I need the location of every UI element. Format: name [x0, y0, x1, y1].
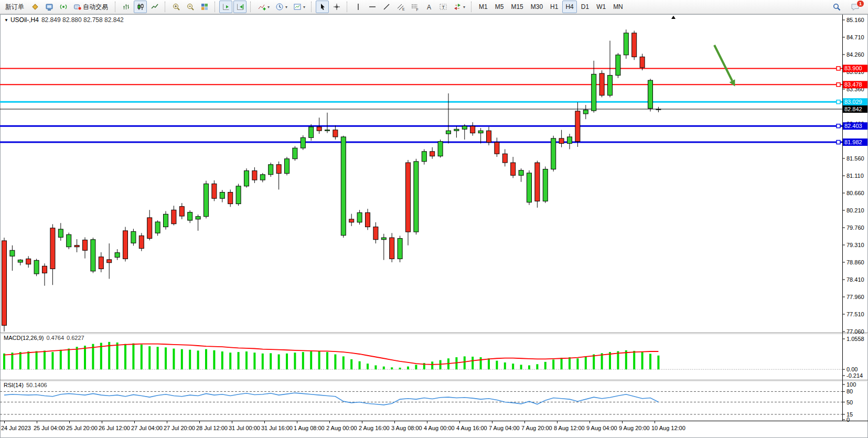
macd-histogram-bar — [374, 365, 377, 369]
signal-icon — [59, 3, 68, 12]
tf-m1-button[interactable]: M1 — [476, 1, 491, 13]
vertical-line-button[interactable] — [351, 1, 365, 13]
tf-d1-button[interactable]: D1 — [578, 1, 592, 13]
bar-chart-button[interactable] — [120, 1, 133, 13]
macd-histogram-bar — [536, 364, 538, 369]
candle — [478, 131, 483, 133]
shift-icon — [235, 3, 244, 12]
candle — [430, 152, 435, 156]
fibonacci-button[interactable]: F — [408, 1, 421, 13]
macd-histogram-bar — [552, 359, 554, 369]
trendline-button[interactable] — [380, 1, 393, 13]
diamond-icon — [30, 3, 39, 12]
text-label-button[interactable]: T — [436, 1, 449, 13]
line-handle-marker — [837, 67, 840, 70]
terminal-button[interactable] — [42, 1, 56, 13]
arrows-shapes-button[interactable]: ▾ — [451, 1, 467, 13]
macd-histogram-bar — [561, 358, 563, 369]
toolbar-separator — [250, 2, 252, 12]
tf-h1-button[interactable]: H1 — [547, 1, 561, 13]
candle — [640, 57, 645, 68]
dropdown-caret-icon[interactable]: ▾ — [267, 5, 270, 9]
tf-m15-button[interactable]: M15 — [508, 1, 526, 13]
macd-histogram-bar — [318, 351, 320, 369]
templates-button[interactable]: ▾ — [291, 1, 307, 13]
tf-m30-button[interactable]: M30 — [528, 1, 546, 13]
macd-histogram-bar — [181, 349, 183, 370]
candle — [495, 142, 499, 154]
text-button[interactable]: A — [422, 1, 435, 13]
tf-m5-button-label: M5 — [495, 3, 504, 10]
svg-text:82.403: 82.403 — [844, 123, 862, 129]
tile-windows-button[interactable] — [198, 1, 211, 13]
cursor-button[interactable] — [316, 1, 329, 13]
macd-histogram-bar — [480, 357, 482, 369]
tf-d1-button-label: D1 — [581, 3, 589, 10]
macd-histogram-bar — [504, 362, 506, 369]
dropdown-caret-icon[interactable]: ▾ — [463, 5, 465, 9]
hline-icon — [368, 3, 377, 12]
macd-histogram-bar — [189, 350, 191, 369]
tf-m5-button[interactable]: M5 — [492, 1, 507, 13]
chart-menu-caret-icon[interactable]: ▼ — [4, 18, 8, 23]
candlestick-chart-button[interactable] — [134, 1, 147, 13]
signals-button[interactable] — [57, 1, 70, 13]
tf-mn-button[interactable]: MN — [610, 1, 626, 13]
tf-w1-button[interactable]: W1 — [593, 1, 609, 13]
metaquotes-app-button[interactable] — [28, 1, 41, 13]
time-axis-label: 24 Jul 2023 — [1, 425, 31, 431]
chat-button[interactable]: 1 — [849, 1, 862, 13]
macd-histogram-bar — [60, 350, 62, 369]
equidistant-channel-button[interactable]: E — [394, 1, 407, 13]
auto-scroll-button[interactable] — [219, 1, 232, 13]
rsi-axis-label: 50 — [846, 399, 853, 405]
line-handle-marker — [837, 100, 840, 104]
time-axis-label: 7 Aug 20:00 — [521, 425, 552, 431]
new-order-button[interactable]: 新订单 — [2, 1, 27, 13]
chart-ohlc-values: 82.849 82.880 82.758 82.842 — [41, 16, 124, 24]
macd-histogram-bar — [359, 361, 361, 369]
macd-axis-label: 0.00 — [846, 366, 858, 372]
macd-histogram-bar — [367, 364, 369, 369]
macd-histogram-bar — [262, 354, 264, 369]
zoom-in-button[interactable] — [169, 1, 183, 13]
crosshair-button[interactable] — [330, 1, 343, 13]
textT-icon: T — [438, 3, 447, 12]
candle — [309, 127, 314, 138]
candle — [559, 138, 564, 144]
macd-histogram-bar — [617, 351, 619, 369]
candle — [454, 129, 459, 131]
candle — [357, 212, 362, 222]
macd-histogram-bar — [141, 345, 143, 369]
tf-h4-button[interactable]: H4 — [562, 1, 576, 13]
zoom-out-button[interactable] — [184, 1, 197, 13]
periods-button[interactable]: ▾ — [273, 1, 290, 13]
chart-area[interactable]: 85.16084.71084.26083.81083.36082.91082.4… — [0, 0, 868, 438]
search-button[interactable] — [830, 1, 843, 13]
time-axis-label: 1 Aug 08:00 — [294, 425, 325, 431]
tf-w1-button-label: W1 — [596, 3, 606, 10]
svg-text:A: A — [427, 4, 431, 11]
price-tick-label: 84.260 — [846, 51, 864, 58]
macd-histogram-bar — [44, 350, 46, 369]
tf-h1-button-label: H1 — [550, 3, 558, 10]
macd-histogram-bar — [286, 354, 288, 369]
time-axis-label: 27 Jul 20:00 — [164, 425, 195, 431]
horizontal-line-button[interactable] — [366, 1, 379, 13]
dropdown-caret-icon[interactable]: ▾ — [303, 5, 305, 9]
chart-shift-button[interactable] — [233, 1, 247, 13]
vline-icon — [353, 3, 362, 12]
macd-histogram-bar — [51, 352, 53, 369]
candle — [648, 80, 653, 109]
macd-main-value: 0.4764 — [46, 335, 64, 341]
auto-trading-button[interactable]: 自动交易 — [71, 1, 111, 13]
macd-histogram-bar — [278, 355, 280, 370]
dropdown-caret-icon[interactable]: ▾ — [285, 5, 287, 9]
macd-histogram-bar — [569, 357, 571, 369]
time-axis-label: 31 Jul 16:00 — [261, 425, 293, 431]
indicators-button[interactable]: ▾ — [255, 1, 272, 13]
line-chart-button[interactable] — [148, 1, 161, 13]
rsi-value: 50.1406 — [26, 382, 47, 388]
macd-histogram-bar — [625, 350, 627, 369]
candle — [276, 165, 281, 174]
